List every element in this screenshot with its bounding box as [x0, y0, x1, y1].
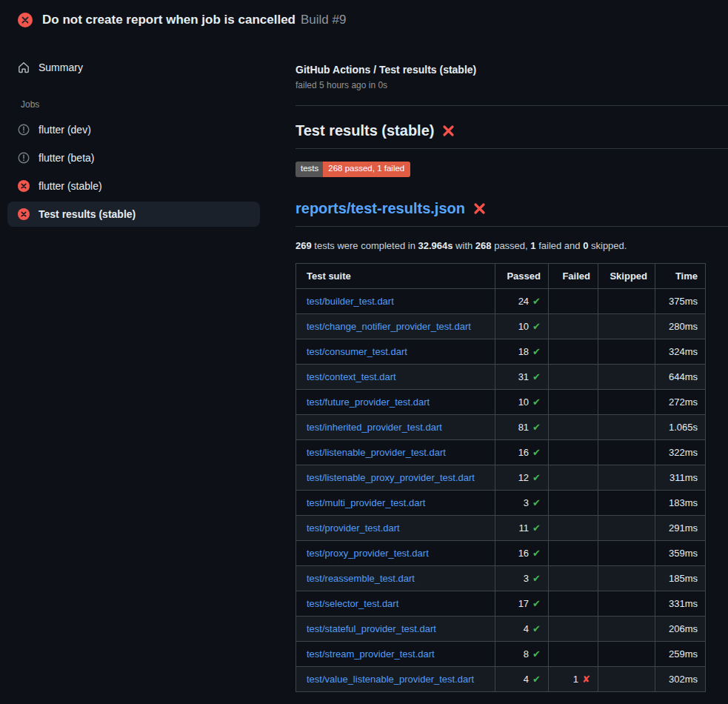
check-icon: ✔: [532, 497, 541, 508]
time-cell: 324ms: [655, 339, 706, 364]
sidebar-item-label: flutter (beta): [39, 152, 94, 164]
time-cell: 322ms: [655, 439, 706, 465]
time-cell: 280ms: [655, 313, 706, 339]
test-suite-link[interactable]: test/provider_test.dart: [307, 522, 400, 534]
test-suite-cell: test/listenable_provider_test.dart: [296, 439, 495, 465]
build-number: Build #9: [301, 13, 346, 27]
divider: [295, 148, 728, 149]
test-suite-link[interactable]: test/proxy_provider_test.dart: [307, 548, 429, 559]
table-row: test/stateful_provider_test.dart4✔206ms: [296, 616, 706, 641]
total-time: 32.964s: [418, 240, 453, 251]
failed-count-cell: [549, 565, 598, 591]
time-cell: 359ms: [655, 540, 706, 565]
check-icon: ✔: [532, 346, 541, 357]
test-suite-cell: test/context_test.dart: [296, 364, 495, 389]
failed-status-icon: [18, 13, 33, 27]
report-file-link[interactable]: reports/test-results.json: [295, 200, 728, 217]
test-suite-link[interactable]: test/future_provider_test.dart: [307, 396, 430, 408]
col-header-passed: Passed: [495, 263, 549, 288]
time-cell: 1.065s: [655, 414, 706, 439]
passed-count: 268: [475, 240, 492, 251]
skipped-count-cell: [598, 616, 655, 641]
sidebar-job-item[interactable]: flutter (dev): [7, 117, 260, 142]
col-header-failed: Failed: [549, 263, 598, 288]
test-suite-link[interactable]: test/listenable_provider_test.dart: [307, 447, 446, 458]
skipped-count-cell: [598, 389, 655, 414]
failed-count-cell: [549, 591, 598, 616]
table-row: test/multi_provider_test.dart3✔183ms: [296, 490, 706, 515]
test-suite-cell: test/multi_provider_test.dart: [296, 490, 495, 515]
check-icon: ✔: [532, 371, 541, 382]
test-suite-cell: test/builder_test.dart: [296, 288, 495, 313]
check-icon: ✔: [532, 648, 541, 660]
passed-count-cell: 3✔: [495, 490, 549, 515]
skipped-count-cell: [598, 465, 655, 490]
skipped-count-cell: [598, 490, 655, 515]
sidebar-job-item[interactable]: flutter (beta): [7, 145, 260, 170]
test-suite-link[interactable]: test/inherited_provider_test.dart: [307, 422, 442, 433]
section-title-text: Test results (stable): [295, 122, 434, 139]
time-cell: 183ms: [655, 490, 706, 515]
table-row: test/stream_provider_test.dart8✔259ms: [296, 641, 706, 666]
passed-count-cell: 18✔: [495, 339, 549, 364]
test-suite-link[interactable]: test/listenable_proxy_provider_test.dart: [307, 472, 475, 483]
test-suite-link[interactable]: test/reassemble_test.dart: [307, 573, 415, 584]
sidebar-item-summary[interactable]: Summary: [7, 55, 260, 80]
table-row: test/consumer_test.dart18✔324ms: [296, 339, 706, 364]
time-cell: 644ms: [655, 364, 706, 389]
skipped-count-cell: [598, 339, 655, 364]
failed-count-cell: [549, 339, 598, 364]
failed-icon: [18, 180, 30, 192]
check-icon: ✔: [532, 598, 541, 609]
test-suite-cell: test/provider_test.dart: [296, 515, 495, 540]
skipped-count-cell: [598, 313, 655, 339]
summary-text: failed and: [536, 240, 584, 251]
passed-count-cell: 3✔: [495, 565, 549, 591]
test-suite-link[interactable]: test/builder_test.dart: [307, 296, 394, 307]
x-icon: ✘: [582, 674, 590, 685]
failed-count-cell: [549, 439, 598, 465]
passed-count-cell: 16✔: [495, 540, 549, 565]
test-suite-cell: test/value_listenable_provider_test.dart: [296, 666, 495, 691]
time-cell: 311ms: [655, 465, 706, 490]
divider: [295, 226, 728, 227]
test-suite-link[interactable]: test/stateful_provider_test.dart: [307, 623, 436, 634]
sidebar-job-item[interactable]: Test results (stable): [7, 202, 260, 227]
time-cell: 331ms: [655, 591, 706, 616]
check-icon: ✔: [532, 296, 541, 307]
report-file-name: reports/test-results.json: [295, 200, 465, 217]
test-suite-link[interactable]: test/consumer_test.dart: [307, 346, 407, 357]
col-header-time: Time: [655, 263, 706, 288]
test-suite-link[interactable]: test/context_test.dart: [307, 371, 396, 382]
table-row: test/listenable_proxy_provider_test.dart…: [296, 465, 706, 490]
test-suite-cell: test/reassemble_test.dart: [296, 565, 495, 591]
test-suite-link[interactable]: test/multi_provider_test.dart: [307, 497, 425, 508]
test-suite-link[interactable]: test/stream_provider_test.dart: [307, 648, 435, 660]
badge-value: 268 passed, 1 failed: [323, 162, 410, 177]
table-row: test/inherited_provider_test.dart81✔1.06…: [296, 414, 706, 439]
sidebar-item-label: Summary: [39, 62, 83, 73]
test-suite-link[interactable]: test/selector_test.dart: [307, 598, 398, 609]
results-summary-text: 269 tests were completed in 32.964s with…: [295, 240, 728, 251]
skipped-count-cell: [598, 666, 655, 691]
failed-count-cell: [549, 540, 598, 565]
skipped-count-cell: [598, 540, 655, 565]
main-content: GitHub Actions / Test results (stable) f…: [295, 37, 728, 692]
table-row: test/selector_test.dart17✔331ms: [296, 591, 706, 616]
jobs-section-label: Jobs: [7, 80, 260, 117]
passed-count-cell: 10✔: [495, 389, 549, 414]
failed-count-cell: [549, 515, 598, 540]
test-suite-cell: test/proxy_provider_test.dart: [296, 540, 495, 565]
check-icon: ✔: [532, 573, 541, 584]
failed-count-cell: [549, 414, 598, 439]
check-icon: ✔: [532, 522, 541, 534]
page-header: Do not create report when job is cancell…: [0, 0, 728, 37]
failed-count-cell: [549, 616, 598, 641]
check-icon: ✔: [532, 396, 541, 408]
passed-count-cell: 11✔: [495, 515, 549, 540]
sidebar-job-item[interactable]: flutter (stable): [7, 173, 260, 199]
col-header-skipped: Skipped: [598, 263, 655, 288]
table-row: test/builder_test.dart24✔375ms: [296, 288, 706, 313]
test-suite-link[interactable]: test/value_listenable_provider_test.dart: [307, 674, 474, 685]
test-suite-link[interactable]: test/change_notifier_provider_test.dart: [307, 321, 471, 332]
